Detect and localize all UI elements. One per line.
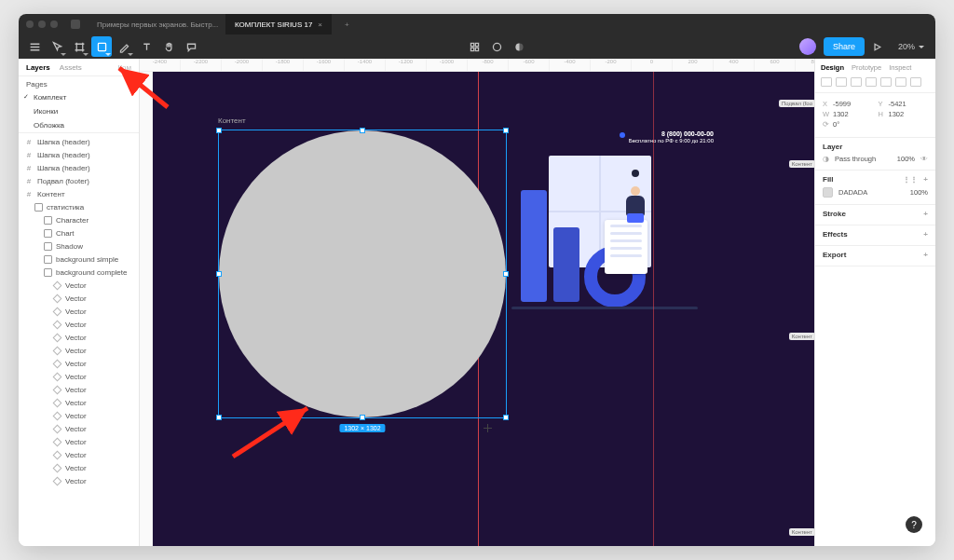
blend-mode-field[interactable]: Pass through: [835, 155, 876, 163]
h-field[interactable]: H1302: [879, 110, 929, 118]
close-window-icon[interactable]: [26, 20, 34, 28]
layer-row[interactable]: Vector: [19, 474, 139, 487]
text-tool[interactable]: [136, 36, 157, 57]
assets-tab[interactable]: Assets: [60, 63, 82, 72]
help-button[interactable]: ?: [906, 516, 922, 533]
move-tool[interactable]: [47, 36, 67, 57]
selected-ellipse[interactable]: [219, 130, 506, 417]
layer-row[interactable]: Vector: [19, 305, 139, 318]
resize-handle[interactable]: [503, 271, 509, 277]
x-field[interactable]: X-5999: [823, 100, 873, 108]
layer-row[interactable]: Character: [19, 213, 139, 226]
layer-row[interactable]: Vector: [19, 318, 139, 331]
horizontal-ruler[interactable]: -2400-2200-2000-1800-1600-1400-1200-1000…: [140, 59, 814, 72]
frame-thumb-label[interactable]: Контент: [789, 160, 814, 168]
window-controls[interactable]: [26, 20, 63, 28]
comment-tool[interactable]: [181, 36, 201, 57]
align-vcenter-icon[interactable]: [880, 77, 892, 87]
rotation-field[interactable]: ⟳0°: [823, 120, 873, 129]
boolean-icon[interactable]: [510, 36, 530, 57]
share-button[interactable]: Share: [824, 37, 865, 56]
frame-label[interactable]: Контент: [218, 116, 246, 125]
resize-handle[interactable]: [216, 128, 222, 133]
layer-row[interactable]: Шапка (header): [19, 135, 139, 148]
fill-swatch[interactable]: [823, 187, 833, 198]
user-avatar[interactable]: [799, 38, 816, 55]
document-tab-1[interactable]: Примеры первых экранов. Быстр...: [88, 14, 218, 34]
present-button[interactable]: [866, 36, 887, 57]
maximize-window-icon[interactable]: [50, 20, 58, 28]
layer-row[interactable]: Shadow: [19, 239, 139, 253]
layer-row[interactable]: Vector: [19, 409, 139, 422]
blend-mode-icon[interactable]: ◑: [823, 155, 829, 163]
layer-row[interactable]: Vector: [19, 279, 139, 292]
align-left-icon[interactable]: [821, 77, 832, 87]
layer-row[interactable]: Vector: [19, 383, 139, 396]
layer-row[interactable]: Контент: [19, 187, 139, 200]
component-actions-icon[interactable]: [465, 36, 485, 57]
new-tab-button[interactable]: +: [339, 20, 355, 29]
resize-handle[interactable]: [216, 415, 222, 420]
document-tab-2[interactable]: КОМПЛЕКТ SIRIUS 17 ×: [225, 14, 332, 34]
page-search[interactable]: Ком: [117, 63, 131, 72]
layer-row[interactable]: Vector: [19, 396, 139, 409]
layer-row[interactable]: background simple: [19, 253, 139, 266]
layer-row[interactable]: Vector: [19, 357, 139, 370]
visibility-icon[interactable]: 👁: [920, 155, 928, 163]
add-page-button[interactable]: +: [127, 80, 131, 89]
distribute-icon[interactable]: [910, 77, 921, 87]
inspect-tab[interactable]: Inspect: [889, 63, 911, 72]
page-item[interactable]: Обложка: [19, 118, 139, 132]
frame-thumb-label[interactable]: Подвал (foo: [779, 100, 814, 107]
resize-handle[interactable]: [503, 128, 509, 133]
page-item[interactable]: Комплект: [19, 90, 139, 104]
layer-row[interactable]: Vector: [19, 435, 139, 448]
layer-row[interactable]: Vector: [19, 448, 139, 461]
resize-handle[interactable]: [360, 128, 365, 133]
minimize-window-icon[interactable]: [38, 20, 46, 28]
layer-row[interactable]: Шапка (header): [19, 148, 139, 161]
fill-hex-field[interactable]: DADADA: [838, 188, 867, 197]
figma-logo-icon[interactable]: [71, 20, 80, 29]
shape-tool[interactable]: [91, 36, 112, 57]
layers-tab[interactable]: Layers: [26, 63, 50, 72]
pen-tool[interactable]: [114, 36, 134, 57]
y-field[interactable]: Y-5421: [879, 100, 929, 108]
layer-row[interactable]: background complete: [19, 266, 139, 279]
vertical-guide[interactable]: [653, 72, 654, 546]
resize-handle[interactable]: [216, 271, 222, 277]
fill-opacity-field[interactable]: 100%: [910, 188, 928, 197]
layer-row[interactable]: Chart: [19, 226, 139, 239]
w-field[interactable]: W1302: [823, 110, 873, 118]
design-tab[interactable]: Design: [821, 63, 844, 72]
layer-row[interactable]: Vector: [19, 370, 139, 383]
selection-bounds[interactable]: 1302 × 1302: [218, 130, 507, 418]
fill-style-icon[interactable]: ⋮⋮: [903, 175, 918, 184]
layer-row[interactable]: Подвал (footer): [19, 174, 139, 187]
page-item[interactable]: Иконки: [19, 104, 139, 118]
frame-thumb-label[interactable]: Контент: [789, 333, 814, 340]
prototype-tab[interactable]: Prototype: [852, 63, 881, 72]
canvas[interactable]: Контент 8 (800) 000-00-00 Бесплатно по Р…: [153, 72, 814, 546]
opacity-field[interactable]: 100%: [897, 155, 915, 163]
frame-tool[interactable]: [69, 36, 89, 57]
main-menu-button[interactable]: [24, 36, 45, 57]
add-fill-button[interactable]: +: [923, 175, 928, 184]
zoom-dropdown[interactable]: 20%: [889, 42, 930, 51]
layer-row[interactable]: Vector: [19, 331, 139, 344]
align-bottom-icon[interactable]: [895, 77, 906, 87]
hand-tool[interactable]: [158, 36, 179, 57]
layer-row[interactable]: Шапка (header): [19, 161, 139, 174]
layer-row[interactable]: Vector: [19, 292, 139, 305]
close-tab-icon[interactable]: ×: [318, 20, 322, 29]
align-hcenter-icon[interactable]: [836, 77, 847, 87]
align-right-icon[interactable]: [851, 77, 862, 87]
layer-row[interactable]: Vector: [19, 422, 139, 435]
add-stroke-button[interactable]: +: [923, 210, 928, 218]
layer-row[interactable]: статистика: [19, 200, 139, 213]
layer-row[interactable]: Vector: [19, 344, 139, 357]
layer-row[interactable]: Vector: [19, 461, 139, 474]
resize-handle[interactable]: [503, 415, 509, 420]
vertical-ruler[interactable]: [140, 72, 153, 546]
frame-thumb-label[interactable]: Контент: [789, 528, 814, 536]
